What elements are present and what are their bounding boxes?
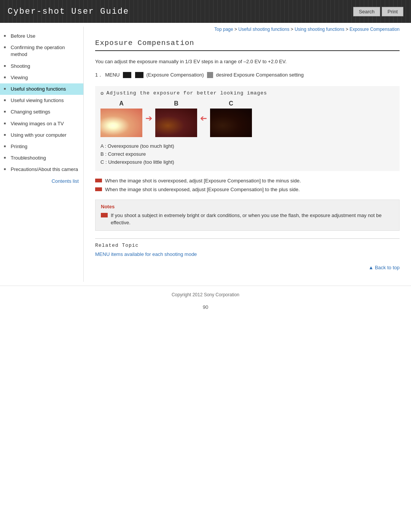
menu-icon-black [123, 72, 131, 78]
tip-box: ✿ Adjusting the exposure for better look… [95, 86, 400, 171]
image-c-block: C [210, 100, 252, 137]
related-topic-link[interactable]: MENU items available for each shooting m… [95, 251, 197, 257]
image-b-label: B [174, 100, 178, 107]
breadcrumb-sep3: > [346, 27, 349, 32]
notes-row: If you shoot a subject in extremely brig… [101, 212, 394, 227]
step-menu-label: MENU [105, 71, 119, 79]
sidebar-item-label: Using with your computer [11, 132, 67, 139]
notes-title: Notes [101, 204, 394, 209]
warning-1: When the image shot is overexposed, adju… [95, 177, 400, 185]
sidebar-item-label: Printing [11, 143, 27, 150]
sidebar-item-printing[interactable]: ■ Printing [0, 141, 83, 152]
related-topic: Related Topic MENU items available for e… [95, 238, 400, 257]
breadcrumb-useful-shooting[interactable]: Useful shooting functions [238, 27, 289, 32]
sidebar-item-label: Viewing images on a TV [11, 120, 64, 127]
tip-title-text: Adjusting the exposure for better lookin… [106, 90, 267, 96]
breadcrumb-using-shooting[interactable]: Using shooting functions [295, 27, 344, 32]
notes-box: Notes If you shoot a subject in extremel… [95, 200, 400, 231]
menu-icon-gray [207, 72, 213, 78]
sidebar-item-viewing-tv[interactable]: ■ Viewing images on a TV [0, 118, 83, 129]
sidebar-item-label: Useful shooting functions [11, 86, 66, 93]
sidebar-item-label: Confirming the operation method [11, 44, 79, 58]
sidebar-bullet: ■ [4, 167, 9, 172]
app-title: Cyber-shot User Guide [8, 7, 129, 16]
caption-c: C : Underexposure (too little light) [100, 159, 394, 165]
sidebar-bullet: ■ [4, 109, 9, 114]
sidebar-item-shooting[interactable]: ■ Shooting [0, 61, 83, 72]
copyright-text: Copyright 2012 Sony Corporation [172, 292, 239, 297]
sidebar-item-label: Precautions/About this camera [11, 166, 78, 173]
related-topic-title: Related Topic [95, 243, 400, 248]
warning-1-text: When the image shot is overexposed, adju… [105, 177, 301, 185]
header: Cyber-shot User Guide Search Print [0, 0, 411, 23]
step-post-text: desired Exposure Compensation setting [216, 71, 304, 79]
breadcrumb-top[interactable]: Top page [214, 27, 233, 32]
image-b-block: B [155, 100, 197, 137]
sidebar-item-label: Troubleshooting [11, 155, 46, 161]
sidebar-bullet: ■ [4, 121, 9, 126]
page-number: 90 [0, 300, 411, 314]
page-title: Exposure Compensation [95, 39, 400, 51]
image-a-photo [100, 109, 142, 137]
sidebar-bullet: ■ [4, 133, 9, 137]
contents-list-link[interactable]: Contents list [0, 175, 83, 187]
main-content: Top page > Useful shooting functions > U… [84, 27, 411, 282]
notes-text: If you shoot a subject in extremely brig… [111, 212, 394, 227]
sidebar-item-useful-viewing[interactable]: ■ Useful viewing functions [0, 95, 83, 106]
step-1: 1． MENU (Exposure Compensation) desired … [95, 71, 400, 79]
sidebar: ■ Before Use ■ Confirming the operation … [0, 27, 84, 282]
caption-b: B : Correct exposure [100, 151, 394, 157]
sidebar-item-troubleshooting[interactable]: ■ Troubleshooting [0, 152, 83, 164]
step-mid-text: (Exposure Compensation) [147, 71, 204, 79]
sidebar-bullet: ■ [4, 64, 9, 69]
sidebar-bullet: ■ [4, 86, 9, 91]
intro-text: You can adjust the exposure manually in … [95, 58, 400, 66]
sidebar-item-label: Useful viewing functions [11, 97, 64, 104]
breadcrumb: Top page > Useful shooting functions > U… [95, 27, 400, 32]
sidebar-item-precautions[interactable]: ■ Precautions/About this camera [0, 164, 83, 175]
warn-bullet-icon [95, 179, 102, 182]
search-button[interactable]: Search [353, 7, 380, 16]
warning-2: When the image shot is underexposed, adj… [95, 186, 400, 193]
print-button[interactable]: Print [382, 7, 403, 16]
sidebar-item-changing-settings[interactable]: ■ Changing settings [0, 106, 83, 118]
breadcrumb-sep2: > [291, 27, 295, 32]
page-layout: ■ Before Use ■ Confirming the operation … [0, 23, 411, 286]
breadcrumb-current[interactable]: Exposure Compensation [350, 27, 400, 32]
sidebar-item-useful-shooting[interactable]: ■ Useful shooting functions [0, 83, 83, 95]
sidebar-item-using-computer[interactable]: ■ Using with your computer [0, 129, 83, 141]
arrow-left-icon: ➔ [200, 113, 207, 123]
sidebar-bullet: ■ [4, 144, 9, 149]
caption-a: A : Overexposure (too much light) [100, 143, 394, 149]
image-row: A ➔ B ➔ C [100, 100, 394, 137]
sidebar-bullet: ■ [4, 98, 9, 103]
notes-icon [101, 213, 108, 217]
sidebar-bullet: ■ [4, 155, 9, 160]
sidebar-bullet: ■ [4, 75, 9, 80]
footer: Copyright 2012 Sony Corporation [0, 286, 411, 300]
sidebar-item-before-use[interactable]: ■ Before Use [0, 30, 83, 42]
sidebar-item-label: Viewing [11, 74, 28, 81]
warn-bullet-icon [95, 187, 102, 191]
arrow-right-icon: ➔ [145, 113, 152, 123]
sidebar-item-label: Before Use [11, 33, 35, 40]
step-number: 1． [95, 71, 103, 79]
sun-icon: ✿ [100, 90, 104, 96]
sidebar-item-label: Changing settings [11, 109, 50, 115]
sidebar-item-confirming[interactable]: ■ Confirming the operation method [0, 42, 83, 60]
image-c-photo [210, 109, 252, 137]
back-to-top[interactable]: ▲ Back to top [95, 265, 400, 270]
warning-2-text: When the image shot is underexposed, adj… [105, 186, 300, 193]
sidebar-bullet: ■ [4, 34, 9, 38]
sidebar-item-label: Shooting [11, 63, 30, 70]
image-a-block: A [100, 100, 142, 137]
tip-title: ✿ Adjusting the exposure for better look… [100, 90, 394, 96]
menu-icon-black2 [135, 72, 143, 78]
image-b-photo [155, 109, 197, 137]
image-c-label: C [229, 100, 233, 107]
sidebar-item-viewing[interactable]: ■ Viewing [0, 72, 83, 83]
image-a-label: A [119, 100, 124, 107]
header-buttons: Search Print [353, 7, 403, 16]
sidebar-bullet: ■ [4, 45, 9, 50]
breadcrumb-sep1: > [234, 27, 238, 32]
